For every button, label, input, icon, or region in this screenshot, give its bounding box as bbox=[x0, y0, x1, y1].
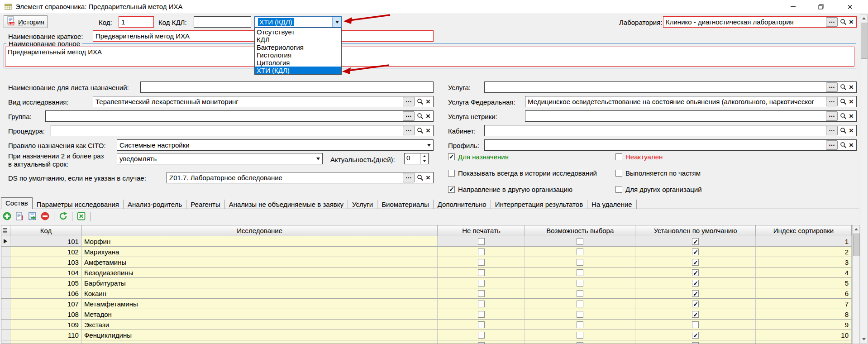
table-row[interactable]: 108Метадон8 bbox=[1, 309, 852, 320]
search-icon[interactable] bbox=[839, 19, 847, 25]
search-icon[interactable] bbox=[416, 127, 424, 134]
default-cell[interactable] bbox=[635, 288, 756, 299]
procedure-field[interactable]: …× bbox=[51, 125, 434, 136]
selectable-cell[interactable] bbox=[525, 247, 635, 257]
code-cell[interactable]: 104 bbox=[10, 268, 82, 278]
column-header-2[interactable]: Не печатать bbox=[438, 225, 525, 236]
code-field[interactable]: 1 bbox=[119, 16, 154, 28]
row-indicator-cell[interactable] bbox=[1, 288, 10, 299]
no-print-cell[interactable] bbox=[438, 309, 525, 320]
code-cell[interactable]: 106 bbox=[10, 288, 82, 299]
row-indicator-cell[interactable] bbox=[1, 309, 10, 320]
no-print-cell[interactable] bbox=[438, 299, 525, 309]
grid-checkbox[interactable] bbox=[478, 342, 485, 344]
row-indicator-cell[interactable] bbox=[1, 236, 10, 247]
clear-icon[interactable]: × bbox=[424, 174, 432, 182]
code-cell[interactable]: 108 bbox=[10, 309, 82, 320]
search-icon[interactable] bbox=[416, 113, 424, 119]
code-cell[interactable]: 101 bbox=[10, 236, 82, 247]
grid-checkbox[interactable] bbox=[478, 321, 485, 328]
grid-checkbox[interactable] bbox=[478, 301, 485, 307]
table-row[interactable]: 102Марихуана2 bbox=[1, 247, 852, 257]
selectable-cell[interactable] bbox=[525, 268, 635, 278]
code-cell[interactable]: 107 bbox=[10, 299, 82, 309]
no-print-cell[interactable] bbox=[438, 340, 525, 344]
checkbox-1[interactable]: Неактуален bbox=[615, 153, 663, 161]
grid-checkbox[interactable] bbox=[577, 332, 583, 339]
sort-index-cell[interactable]: 5 bbox=[756, 278, 852, 288]
spin-up-icon[interactable] bbox=[421, 153, 428, 159]
tab-5[interactable]: Услуги bbox=[348, 200, 377, 209]
netrika-service-field[interactable]: …× bbox=[525, 110, 857, 122]
export-excel-button[interactable] bbox=[76, 212, 86, 222]
tab-1[interactable]: Параметры исследования bbox=[33, 200, 124, 209]
checkbox-3[interactable]: Выполняется по частям bbox=[615, 169, 701, 177]
delete-button[interactable] bbox=[40, 212, 50, 222]
grid-checkbox[interactable] bbox=[478, 290, 485, 297]
sort-index-cell[interactable] bbox=[756, 340, 852, 344]
grid-checkbox[interactable] bbox=[577, 311, 583, 318]
search-icon[interactable] bbox=[839, 84, 847, 91]
relevance-spinner[interactable]: 0 bbox=[404, 153, 429, 164]
no-print-cell[interactable] bbox=[438, 236, 525, 247]
selectable-cell[interactable] bbox=[525, 288, 635, 299]
grid-checkbox[interactable] bbox=[692, 342, 699, 344]
grid-checkbox[interactable] bbox=[692, 311, 699, 318]
refresh-button[interactable] bbox=[58, 212, 68, 222]
selectable-cell[interactable] bbox=[525, 330, 635, 340]
checkbox-box[interactable] bbox=[448, 170, 455, 177]
study-type-field[interactable]: Терапевтический лекарственный мониторинг… bbox=[93, 96, 434, 107]
checkbox-box[interactable] bbox=[615, 153, 622, 160]
dropdown-option-2[interactable]: Бактериология bbox=[255, 43, 341, 51]
lab-field[interactable]: Клинико - диагностическая лаборатория…× bbox=[663, 16, 857, 28]
no-print-cell[interactable] bbox=[438, 257, 525, 268]
table-row-partial[interactable] bbox=[1, 340, 852, 344]
no-print-cell[interactable] bbox=[438, 278, 525, 288]
checkbox-box[interactable] bbox=[615, 186, 622, 193]
clear-icon[interactable]: × bbox=[424, 112, 432, 120]
no-print-cell[interactable] bbox=[438, 320, 525, 330]
row-indicator-cell[interactable] bbox=[1, 268, 10, 278]
spin-down-icon[interactable] bbox=[421, 159, 428, 164]
ellipsis-button[interactable]: … bbox=[403, 111, 415, 121]
ellipsis-button[interactable]: … bbox=[403, 126, 415, 135]
clear-icon[interactable]: × bbox=[424, 127, 432, 134]
search-icon[interactable] bbox=[839, 127, 847, 134]
grid-checkbox[interactable] bbox=[577, 342, 583, 344]
add-button[interactable] bbox=[2, 212, 12, 222]
default-cell[interactable] bbox=[635, 268, 756, 278]
cito-rule-combobox[interactable]: Системные настройки bbox=[117, 139, 434, 151]
default-cell[interactable] bbox=[635, 278, 756, 288]
grid-checkbox[interactable] bbox=[692, 269, 699, 276]
grid-checkbox[interactable] bbox=[478, 280, 485, 287]
study-name-cell[interactable]: Безодиазепины bbox=[82, 268, 438, 278]
checkbox-5[interactable]: Для других организаций bbox=[615, 186, 702, 193]
grid-checkbox[interactable] bbox=[577, 238, 583, 245]
selectable-cell[interactable] bbox=[525, 257, 635, 268]
close-button[interactable]: × bbox=[838, 0, 862, 13]
grid-checkbox[interactable] bbox=[577, 280, 583, 287]
clear-icon[interactable]: × bbox=[847, 98, 855, 105]
study-name-cell[interactable]: Марихуана bbox=[82, 247, 438, 257]
sheet-name-field[interactable] bbox=[140, 81, 434, 93]
sort-index-cell[interactable]: 6 bbox=[756, 288, 852, 299]
edit-button[interactable]: ! bbox=[14, 212, 25, 222]
dropdown-option-3[interactable]: Гистология bbox=[255, 51, 341, 59]
study-name-cell[interactable]: Барбитураты bbox=[82, 278, 438, 288]
sort-index-cell[interactable]: 10 bbox=[756, 330, 852, 340]
sort-index-cell[interactable]: 7 bbox=[756, 299, 852, 309]
checkbox-0[interactable]: Для назначения bbox=[448, 153, 509, 161]
search-icon[interactable] bbox=[839, 142, 847, 148]
row-indicator-cell[interactable] bbox=[1, 247, 10, 257]
save-button[interactable] bbox=[27, 212, 38, 222]
service-field[interactable]: …× bbox=[484, 81, 857, 93]
table-row[interactable]: 110Фенциклидины10 bbox=[1, 330, 852, 340]
checkbox-box[interactable] bbox=[448, 153, 455, 160]
study-name-cell[interactable]: Фенциклидины bbox=[82, 330, 438, 340]
sort-index-cell[interactable]: 1 bbox=[756, 236, 852, 247]
profile-field[interactable]: …× bbox=[484, 139, 857, 151]
tab-4[interactable]: Анализы не объединяемые в заявку bbox=[225, 200, 348, 209]
form-scroll-up-icon[interactable] bbox=[860, 14, 867, 22]
study-name-cell[interactable]: Экстази bbox=[82, 320, 438, 330]
selectable-cell[interactable] bbox=[525, 340, 635, 344]
